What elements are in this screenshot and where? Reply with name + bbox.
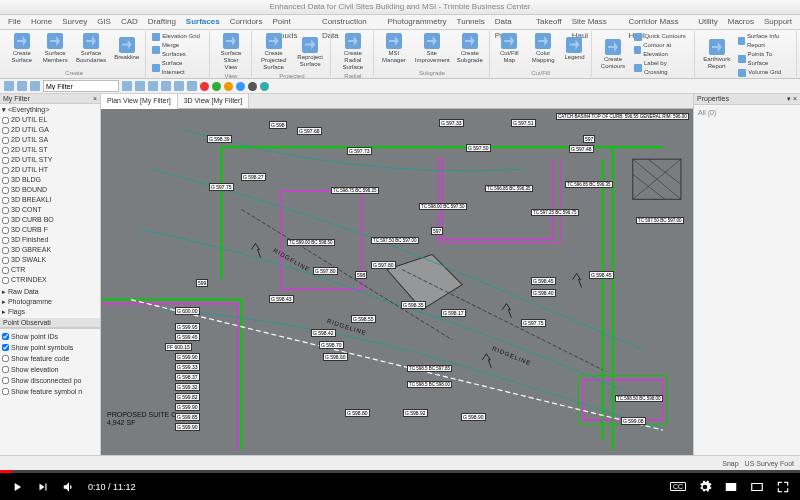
color-dot[interactable] xyxy=(200,82,209,91)
ribbon-btn[interactable]: Surface Slicer View xyxy=(214,32,249,72)
ribbon-btn[interactable]: Breakline xyxy=(111,32,142,65)
ribbon-btn[interactable]: Legend xyxy=(561,32,587,65)
view-tab[interactable]: 3D View [My Filter] xyxy=(178,94,250,108)
menu-support[interactable]: Support xyxy=(764,15,792,29)
ribbon-item[interactable]: Contour at Elevation xyxy=(634,41,689,59)
menu-survey[interactable]: Survey xyxy=(62,15,87,29)
menu-cad[interactable]: CAD xyxy=(121,15,138,29)
menu-drafting[interactable]: Drafting xyxy=(148,15,176,29)
layer-item[interactable]: 2D UTIL STY xyxy=(2,155,98,165)
layer-item[interactable]: 2D UTIL SA xyxy=(2,135,98,145)
layer-item[interactable]: 3D BREAKLI xyxy=(2,195,98,205)
menu-data-prep[interactable]: Data Prep xyxy=(495,15,526,29)
ribbon-btn[interactable]: Color Mapping xyxy=(527,32,560,65)
layer-item[interactable]: 3D CURB F xyxy=(2,225,98,235)
menu-corridor-mass-haul[interactable]: Corridor Mass Haul xyxy=(628,15,688,29)
settings-icon[interactable] xyxy=(698,480,712,494)
layer-item[interactable]: 3D CONT xyxy=(2,205,98,215)
fullscreen-icon[interactable] xyxy=(776,480,790,494)
miniplayer-icon[interactable] xyxy=(724,480,738,494)
tree-everything[interactable]: ▾<Everything> xyxy=(2,105,98,115)
menu-photogrammetry[interactable]: Photogrammetry xyxy=(387,15,446,29)
layer-item[interactable]: 2D UTIL GA xyxy=(2,125,98,135)
ribbon-item[interactable]: Points To Surface xyxy=(738,50,791,68)
layer-item[interactable]: 3D Finished xyxy=(2,235,98,245)
point-option[interactable]: Show point IDs xyxy=(2,331,98,342)
ribbon-item[interactable]: Volume Grid xyxy=(738,68,791,77)
layer-item[interactable]: CTR xyxy=(2,265,98,275)
layer-sub[interactable]: ▸ Flags xyxy=(2,307,98,317)
qat-icon[interactable] xyxy=(148,81,158,91)
next-icon[interactable] xyxy=(36,480,50,494)
qat-icon[interactable] xyxy=(135,81,145,91)
qat-icon[interactable] xyxy=(161,81,171,91)
menu-tunnels[interactable]: Tunnels xyxy=(457,15,485,29)
color-dot[interactable] xyxy=(260,82,269,91)
color-dot[interactable] xyxy=(236,82,245,91)
ribbon-btn[interactable]: Create Projected Surface xyxy=(256,32,291,72)
ribbon-btn[interactable]: Create Surface xyxy=(6,32,37,65)
drawing-canvas[interactable]: CATCH BASIN4 TOP OF CURB: 596.55 GENERAL… xyxy=(101,109,693,462)
ribbon-item[interactable]: Surface Intersect xyxy=(152,59,203,77)
layer-item[interactable]: 3D BLDG xyxy=(2,175,98,185)
menu-surfaces[interactable]: Surfaces xyxy=(186,15,220,29)
ribbon-btn[interactable]: Create Subgrade xyxy=(454,32,486,65)
ribbon-item[interactable]: Surface Info Report xyxy=(738,32,791,50)
layer-item[interactable]: 3D SWALK xyxy=(2,255,98,265)
menu-home[interactable]: Home xyxy=(31,15,52,29)
menu-utility[interactable]: Utility xyxy=(698,15,718,29)
qat-icon[interactable] xyxy=(30,81,40,91)
point-option[interactable]: Show elevation xyxy=(2,364,98,375)
layer-item[interactable]: CTRINDEX xyxy=(2,275,98,285)
cc-button[interactable]: CC xyxy=(670,482,686,491)
ribbon-item[interactable]: Merge Surfaces xyxy=(152,41,203,59)
menu-takeoff[interactable]: Takeoff xyxy=(536,15,562,29)
play-icon[interactable] xyxy=(10,480,24,494)
layer-sub[interactable]: ▸ Raw Data xyxy=(2,287,98,297)
ribbon-btn[interactable]: Earthwork Report xyxy=(699,32,734,77)
snap-indicator[interactable]: Snap xyxy=(722,460,738,467)
ribbon-btn[interactable]: Site Improvement xyxy=(412,32,452,65)
color-dot[interactable] xyxy=(224,82,233,91)
qat-icon[interactable] xyxy=(4,81,14,91)
filter-input[interactable] xyxy=(43,80,119,92)
color-dot[interactable] xyxy=(212,82,221,91)
color-dot[interactable] xyxy=(248,82,257,91)
menu-file[interactable]: File xyxy=(8,15,21,29)
ribbon-btn[interactable]: Surface Boundaries xyxy=(73,32,109,65)
ribbon-btn[interactable]: Create Radial Surface xyxy=(335,32,370,72)
layer-item[interactable]: 3D BOUND xyxy=(2,185,98,195)
theater-icon[interactable] xyxy=(750,480,764,494)
menu-corridors[interactable]: Corridors xyxy=(230,15,263,29)
qat-icon[interactable] xyxy=(17,81,27,91)
ribbon-btn[interactable]: Create Contours xyxy=(596,32,631,77)
layer-item[interactable]: 2D UTIL HT xyxy=(2,165,98,175)
ribbon-item[interactable]: Elevation Grid xyxy=(152,32,203,41)
ribbon-btn[interactable]: MSI Manager xyxy=(378,32,410,65)
ribbon-btn[interactable]: Surface Members xyxy=(39,32,70,65)
layer-sub[interactable]: ▸ Photogramme xyxy=(2,297,98,307)
layer-item[interactable]: 2D UTIL EL xyxy=(2,115,98,125)
qat-icon[interactable] xyxy=(187,81,197,91)
menu-site-mass-haul[interactable]: Site Mass Haul xyxy=(572,15,619,29)
ribbon-btn[interactable]: Reproject Surface xyxy=(293,32,328,72)
menu-point-clouds[interactable]: Point Clouds xyxy=(273,15,312,29)
menu-gis[interactable]: GIS xyxy=(97,15,111,29)
progress-bar[interactable] xyxy=(0,470,800,473)
point-option[interactable]: Show disconnected po xyxy=(2,375,98,386)
point-option[interactable]: Show feature symbol n xyxy=(2,386,98,397)
qat-icon[interactable] xyxy=(174,81,184,91)
menu-macros[interactable]: Macros xyxy=(728,15,754,29)
point-option[interactable]: Show point symbols xyxy=(2,342,98,353)
qat-icon[interactable] xyxy=(122,81,132,91)
ribbon-item[interactable]: Quick Contours xyxy=(634,32,689,41)
ribbon-item[interactable]: Label by Crossing xyxy=(634,59,689,77)
layer-item[interactable]: 3D GBREAK xyxy=(2,245,98,255)
ribbon-btn[interactable]: Cut/Fill Map xyxy=(494,32,525,65)
layer-item[interactable]: 3D CURB BO xyxy=(2,215,98,225)
volume-icon[interactable] xyxy=(62,480,76,494)
menu-construction-data[interactable]: Construction Data xyxy=(322,15,378,29)
layer-item[interactable]: 2D UTIL ST xyxy=(2,145,98,155)
point-option[interactable]: Show feature code xyxy=(2,353,98,364)
view-tab[interactable]: Plan View [My Filter] xyxy=(101,94,178,109)
